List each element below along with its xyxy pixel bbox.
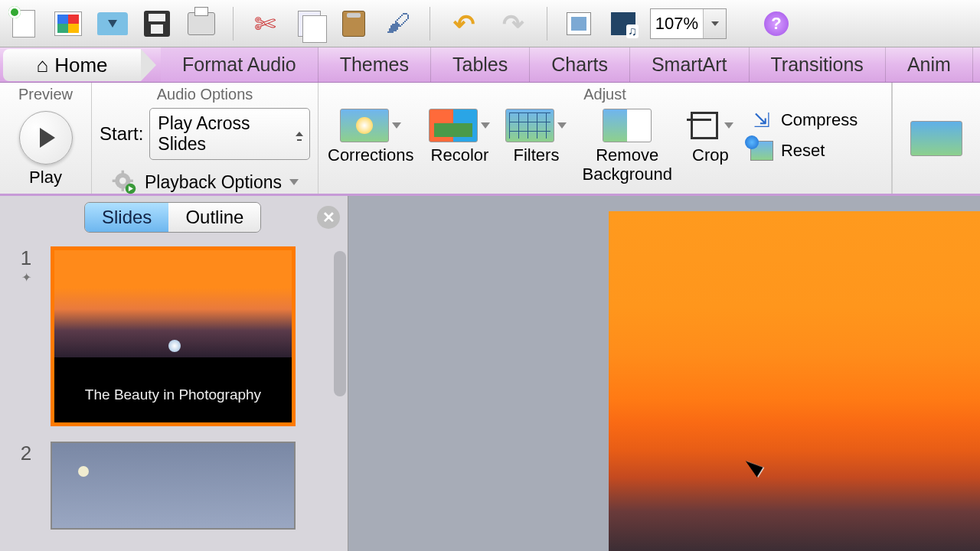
paste-button[interactable] [336, 6, 371, 41]
start-select[interactable]: Play Across Slides [149, 108, 310, 160]
home-icon: ⌂ [36, 54, 48, 77]
new-slide-button[interactable] [561, 6, 596, 41]
undo-icon: ↶ [453, 8, 475, 39]
gallery-icon [54, 11, 82, 36]
redo-icon: ↷ [502, 8, 524, 39]
crop-icon [688, 109, 721, 142]
reset-icon [750, 141, 773, 161]
ribbon-body: Preview Play Audio Options Start: Play A… [0, 83, 980, 196]
tab-themes[interactable]: Themes [318, 47, 431, 82]
slide-1-title: The Beauty in Photography [85, 386, 261, 403]
zoom-value: 107% [655, 14, 698, 34]
format-painter-button[interactable]: 🖌 [381, 6, 416, 41]
section-title-adjust: Adjust [318, 83, 891, 104]
svg-point-1 [119, 178, 126, 184]
svg-rect-2 [122, 171, 124, 174]
close-panel-button[interactable]: ✕ [317, 206, 340, 229]
slides-outline-segment: Slides Outline [84, 202, 261, 233]
compress-button[interactable]: ⇲ Compress [749, 109, 858, 132]
clipboard-icon [342, 11, 365, 37]
play-label: Play [29, 168, 62, 187]
picture-style-thumb[interactable] [910, 121, 962, 156]
tab-format-audio-label: Format Audio [182, 54, 296, 76]
moon-graphic [78, 466, 89, 477]
slide-panel: Slides Outline ✕ 1 ✦ The Beauty in Photo… [0, 196, 348, 551]
section-title-preview: Preview [0, 83, 91, 104]
new-document-icon [12, 10, 35, 37]
outline-tab-label: Outline [185, 207, 243, 228]
tab-charts[interactable]: Charts [530, 47, 630, 82]
crop-label: Crop [692, 145, 729, 165]
copy-icon [298, 11, 321, 37]
remove-background-icon [603, 109, 652, 142]
tab-animations[interactable]: Anim [886, 47, 973, 82]
undo-button[interactable]: ↶ [444, 6, 484, 41]
slide-thumbnail-1[interactable]: The Beauty in Photography [51, 246, 296, 426]
remove-background-label: Remove Background [582, 145, 671, 184]
corrections-button[interactable]: Corrections [328, 109, 413, 165]
slides-tab[interactable]: Slides [85, 203, 168, 232]
remove-background-button[interactable]: Remove Background [582, 109, 671, 184]
play-preview-button[interactable] [19, 111, 73, 165]
playback-options-button[interactable]: Playback Options [100, 169, 310, 195]
filters-icon [505, 109, 554, 142]
filters-label: Filters [514, 145, 560, 165]
zoom-dropdown-arrow[interactable] [703, 9, 726, 38]
tab-tables-label: Tables [452, 54, 508, 76]
audio-clip-icon [168, 340, 181, 352]
redo-button[interactable]: ↷ [493, 6, 533, 41]
start-label: Start: [100, 123, 143, 145]
filters-button[interactable]: Filters [505, 109, 567, 165]
recolor-label: Recolor [431, 145, 489, 165]
tab-tables[interactable]: Tables [431, 47, 530, 82]
slides-tab-label: Slides [102, 207, 152, 228]
media-browser-button[interactable] [606, 6, 641, 41]
tab-format-audio[interactable]: Format Audio [161, 47, 318, 82]
slide-image[interactable] [609, 211, 980, 551]
crop-button[interactable]: Crop [688, 109, 733, 165]
slide-canvas[interactable] [348, 196, 980, 551]
scrollbar-thumb[interactable] [334, 251, 346, 396]
ribbon-section-audio-options: Audio Options Start: Play Across Slides … [92, 83, 318, 194]
zoom-select[interactable]: 107% [650, 8, 727, 39]
open-folder-icon [97, 12, 128, 35]
help-button[interactable]: ? [759, 6, 794, 41]
compress-label: Compress [781, 110, 858, 130]
new-slide-icon [567, 12, 591, 35]
section-title-audio-options: Audio Options [92, 83, 318, 103]
reset-button[interactable]: Reset [749, 139, 858, 162]
svg-rect-5 [129, 180, 133, 182]
slide-thumbnail-list[interactable]: 1 ✦ The Beauty in Photography 2 [0, 236, 348, 551]
compress-icon: ⇲ [749, 109, 775, 132]
tab-transitions[interactable]: Transitions [750, 47, 886, 82]
paintbrush-icon: 🖌 [386, 9, 410, 37]
copy-button[interactable] [292, 6, 327, 41]
chevron-down-icon [289, 179, 299, 185]
recolor-icon [429, 109, 478, 142]
template-gallery-button[interactable] [51, 6, 86, 41]
toolbar-separator [233, 7, 234, 41]
toolbar-separator [430, 7, 430, 41]
open-button[interactable] [95, 6, 130, 41]
save-icon [144, 11, 170, 37]
chevron-down-icon [557, 122, 567, 129]
tab-themes-label: Themes [340, 54, 409, 76]
outline-tab[interactable]: Outline [168, 203, 260, 232]
chevron-down-icon [724, 122, 733, 129]
slide-thumbnail-2[interactable] [51, 442, 296, 530]
ribbon-tab-bar: ⌂ Home Format Audio Themes Tables Charts… [0, 47, 980, 83]
tab-smartart-label: SmartArt [652, 54, 727, 76]
tab-animations-label: Anim [907, 54, 951, 76]
tab-home[interactable]: ⌂ Home [3, 49, 141, 81]
recolor-button[interactable]: Recolor [429, 109, 490, 165]
save-button[interactable] [139, 6, 175, 41]
print-button[interactable] [184, 6, 219, 41]
print-icon [188, 12, 215, 35]
cut-button[interactable]: ✄ [247, 6, 283, 41]
tab-smartart[interactable]: SmartArt [630, 47, 750, 82]
scissors-icon: ✄ [254, 11, 276, 37]
svg-rect-3 [122, 187, 124, 191]
ribbon-section-partial [892, 83, 980, 194]
new-document-button[interactable] [6, 6, 41, 41]
tab-transitions-label: Transitions [771, 54, 864, 76]
